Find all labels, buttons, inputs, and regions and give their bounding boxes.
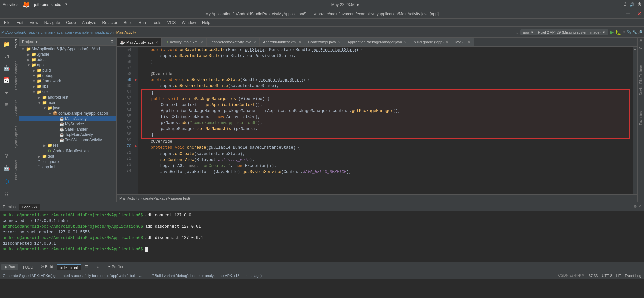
minimize-button[interactable]: ─ xyxy=(626,11,630,17)
icon-android[interactable]: 🤖 xyxy=(1,63,12,74)
breadcrumb-com[interactable]: com xyxy=(65,30,72,34)
label-device-explorer[interactable]: Device File Explorer xyxy=(638,64,643,96)
scroll-up[interactable]: ▲ xyxy=(634,48,636,51)
vol-icon[interactable]: 🔊 xyxy=(630,2,635,7)
vertical-scrollbar[interactable]: ▲ xyxy=(633,47,637,194)
tree-framework[interactable]: ▼ 📁 framework xyxy=(19,78,116,84)
icon-terminal[interactable]: ⊞ xyxy=(1,99,12,110)
window-controls[interactable]: ─ □ ✕ xyxy=(626,11,641,17)
maximize-button[interactable]: □ xyxy=(632,11,635,17)
tab-close2[interactable]: ✕ xyxy=(200,40,203,44)
side-label-resource[interactable]: Resource Manager xyxy=(14,60,19,91)
btn-terminal[interactable]: ≡ Terminal xyxy=(57,264,81,270)
power-icon[interactable]: ⏻ xyxy=(637,2,641,7)
tree-iml[interactable]: 🗋 app.iml xyxy=(19,164,116,170)
btn-run[interactable]: ▶ Run xyxy=(1,264,18,270)
btn-build[interactable]: ⚒ Build xyxy=(37,264,57,270)
icon-vscode[interactable]: ⬡ xyxy=(1,176,12,187)
menu-help[interactable]: Help xyxy=(199,20,213,26)
terminal-close[interactable]: ✕ xyxy=(638,204,641,209)
tree-myservice[interactable]: ☕ MyService xyxy=(19,121,116,127)
side-label-project[interactable]: 1:Project xyxy=(14,38,19,53)
icon-question[interactable]: ? xyxy=(1,151,12,162)
menu-code[interactable]: Code xyxy=(63,20,79,26)
tab-close3[interactable]: ✕ xyxy=(253,40,256,44)
side-label-captures[interactable]: Layout Captures xyxy=(14,124,19,152)
debug-button[interactable]: 🐛 xyxy=(615,29,621,35)
event-log[interactable]: Event Log xyxy=(625,274,641,278)
panel-gear[interactable]: ⚙ xyxy=(110,39,114,44)
tab-close6[interactable]: ✕ xyxy=(404,40,407,44)
tree-app[interactable]: ▼ 📁 app xyxy=(19,62,116,68)
tree-root[interactable]: ▼ 📁 MyApplication6 [My Application] ~/An… xyxy=(19,46,116,52)
tree-tcpmain[interactable]: ☕ TcpMainActivity xyxy=(19,132,116,137)
tree-build[interactable]: ▶ 📁 build xyxy=(19,68,116,73)
tree-safehandler[interactable]: ☕ SafeHandler xyxy=(19,127,116,132)
icon-folder[interactable]: 📁 xyxy=(1,39,12,50)
btn-todo[interactable]: TODO xyxy=(19,264,37,270)
tab-mainactivity[interactable]: ☕ MainActivity.java ✕ xyxy=(117,38,162,46)
tab-close7[interactable]: ✕ xyxy=(446,40,448,44)
app-name[interactable]: jetbrains-studio xyxy=(34,2,61,7)
tree-package[interactable]: ▼ 📦 com.example.myapplication xyxy=(19,111,116,116)
tree-res[interactable]: ▶ 📁 res xyxy=(19,143,116,148)
breadcrumb-project[interactable]: MyApplication6 xyxy=(1,30,27,34)
btn-profiler[interactable]: ✦ Profiler xyxy=(104,264,127,270)
tab-close4[interactable]: ✕ xyxy=(299,40,301,44)
close-button[interactable]: ✕ xyxy=(637,11,641,17)
icon-calendar[interactable]: 📅 xyxy=(1,75,12,86)
breadcrumb-main[interactable]: main xyxy=(45,30,53,34)
tab-mys[interactable]: MyS... ✕ xyxy=(452,38,474,46)
menu-run[interactable]: Run xyxy=(136,20,149,26)
breadcrumb-src[interactable]: src xyxy=(38,30,43,34)
tree-testwelcome[interactable]: ☕ TestWelcomeActivity xyxy=(19,137,116,143)
tab-close5[interactable]: ✕ xyxy=(338,40,341,44)
tree-test[interactable]: ▶ 📁 test xyxy=(19,154,116,159)
breakpoint-70[interactable]: ● xyxy=(134,144,137,149)
btn-logcat[interactable]: ☰ Logcat xyxy=(82,264,104,270)
menu-refactor[interactable]: Refactor xyxy=(100,20,120,26)
tab-buildgradle[interactable]: build.gradle (:app) ✕ xyxy=(410,38,452,46)
tab-manifest[interactable]: AndroidManifest.xml ✕ xyxy=(260,38,305,46)
tree-libs[interactable]: ▶ 📁 libs xyxy=(19,84,116,89)
lang-icon[interactable]: 英 xyxy=(623,2,627,7)
tree-idea[interactable]: ▶ 📁 .idea xyxy=(19,57,116,62)
cursor-position[interactable]: 67:33 xyxy=(589,274,598,278)
code-editor[interactable]: public void onSaveInstanceState(Bundle o… xyxy=(138,47,633,194)
breadcrumb-java[interactable]: java xyxy=(56,30,62,34)
menu-navigate[interactable]: Navigate xyxy=(42,20,63,26)
icon-resource[interactable]: 🗂 xyxy=(1,51,12,62)
icon-android2[interactable]: 🤖 xyxy=(1,163,12,174)
side-label-structure[interactable]: Z-Structure xyxy=(14,98,19,118)
search-icon[interactable]: ⌕ xyxy=(516,30,519,34)
breadcrumb-method[interactable]: createPackageManagerTest() xyxy=(143,196,191,200)
tab-close8[interactable]: ✕ xyxy=(468,40,470,44)
menu-view[interactable]: View xyxy=(27,20,41,26)
icon-heart[interactable]: ❤ xyxy=(1,87,12,98)
tree-androidtest[interactable]: ▶ 📁 androidTest xyxy=(19,95,116,100)
tree-gradle[interactable]: ▶ 📁 .gradle xyxy=(19,52,116,57)
menu-file[interactable]: File xyxy=(1,20,13,26)
tab-close[interactable]: ✕ xyxy=(155,41,158,44)
tree-gitignore[interactable]: 🗋 .gitignore xyxy=(19,159,116,164)
terminal-tab-plus[interactable]: + xyxy=(41,204,50,210)
breadcrumb-myapplication[interactable]: myapplication xyxy=(91,30,114,34)
tree-mainactivity[interactable]: ☕ MainActivity xyxy=(19,116,116,121)
device-selector[interactable]: app ▼ Pixel 2 API 29 (Missing system ima… xyxy=(520,29,608,35)
breadcrumb-mainactivity[interactable]: MainActivity xyxy=(119,196,139,200)
terminal-tab-local[interactable]: Local (2) xyxy=(19,204,40,210)
terminal-settings[interactable]: ⚙ xyxy=(634,204,637,209)
tab-contextimpl[interactable]: ContextImpl.java ✕ xyxy=(305,38,344,46)
tree-manifest[interactable]: 🗋 AndroidManifest.xml xyxy=(19,148,116,154)
breadcrumb-example[interactable]: example xyxy=(75,30,89,34)
tab-apm[interactable]: ApplicationPackageManager.java ✕ xyxy=(344,38,411,46)
tree-src[interactable]: ▼ 📁 src xyxy=(19,89,116,95)
label-favorites[interactable]: Favorites xyxy=(638,110,643,126)
label-gradle[interactable]: Gradle xyxy=(638,38,643,50)
breadcrumb-class[interactable]: MainActivity xyxy=(116,30,136,34)
run-button[interactable]: ▶ xyxy=(610,29,614,35)
tab-testwelcome[interactable]: TestWelcomeActivity.java ✕ xyxy=(207,38,260,46)
menu-tools[interactable]: Tools xyxy=(149,20,164,26)
icon-apps[interactable]: ⠿ xyxy=(1,190,12,200)
menu-edit[interactable]: Edit xyxy=(14,20,26,26)
